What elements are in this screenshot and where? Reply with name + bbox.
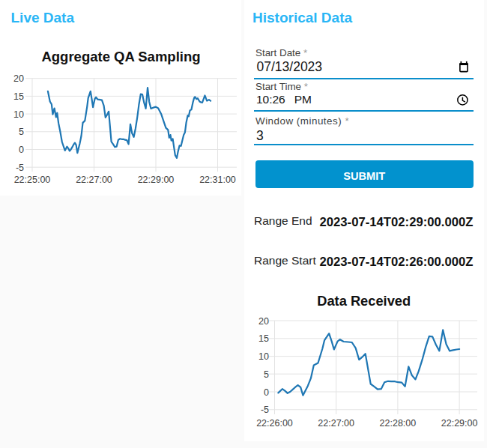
svg-text:15: 15: [258, 333, 269, 344]
svg-text:15: 15: [13, 91, 24, 102]
svg-text:0: 0: [19, 145, 24, 155]
svg-text:5: 5: [264, 369, 269, 380]
svg-text:22:29:00: 22:29:00: [441, 418, 478, 429]
svg-text:22:26:00: 22:26:00: [256, 418, 293, 429]
svg-text:0: 0: [264, 387, 269, 398]
svg-text:20: 20: [13, 73, 24, 84]
svg-text:10: 10: [13, 109, 24, 120]
svg-text:20: 20: [258, 316, 269, 327]
svg-text:22:31:00: 22:31:00: [199, 175, 236, 185]
svg-text:22:27:00: 22:27:00: [76, 175, 112, 185]
svg-text:-5: -5: [16, 163, 24, 173]
svg-text:22:25:00: 22:25:00: [14, 175, 51, 185]
svg-text:22:29:00: 22:29:00: [138, 175, 175, 185]
svg-text:Data Received: Data Received: [317, 293, 411, 309]
svg-text:22:27:00: 22:27:00: [318, 418, 354, 429]
svg-text:5: 5: [19, 127, 24, 137]
svg-text:-5: -5: [261, 405, 269, 415]
svg-text:Aggregate QA Sampling: Aggregate QA Sampling: [41, 49, 200, 64]
svg-text:10: 10: [258, 351, 269, 362]
svg-text:22:28:00: 22:28:00: [380, 418, 417, 429]
